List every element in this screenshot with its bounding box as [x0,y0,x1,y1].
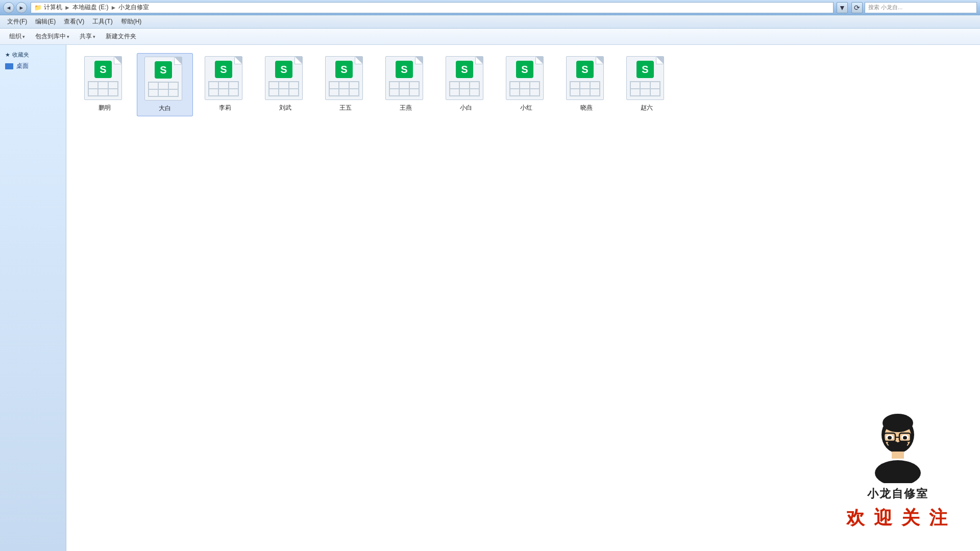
file-item-file-6[interactable]: S 王燕 [378,53,434,116]
path-computer: 计算机 [44,3,62,12]
sidebar: ★ 收藏夹 桌面 [0,45,66,551]
file-item-file-4[interactable]: S 刘武 [257,53,313,116]
file-name-file-8: 小红 [520,104,532,112]
dropdown-button[interactable]: ▼ [837,2,848,13]
doc-shape: S [205,56,242,100]
main-layout: ★ 收藏夹 桌面 S [0,45,980,551]
doc-table [630,81,660,96]
title-bar: ◄ ► 📁 计算机 ► 本地磁盘 (E:) ► 小龙自修室 ▼ ⟳ 搜索 小龙自… [0,0,980,15]
file-icon-file-10: S [626,56,667,102]
star-icon: ★ [5,52,10,58]
file-item-file-8[interactable]: S 小红 [498,53,554,116]
file-item-file-1[interactable]: S 鹏明 [77,53,133,116]
file-icon-file-5: S [325,56,366,102]
file-name-file-10: 赵六 [641,104,653,112]
new-folder-button[interactable]: 新建文件夹 [102,31,140,42]
menu-file[interactable]: 文件(F) [3,16,31,27]
menu-bar: 文件(F) 编辑(E) 查看(V) 工具(T) 帮助(H) [0,15,980,29]
menu-view[interactable]: 查看(V) [60,16,88,27]
file-area: S 鹏明 S [66,45,980,551]
share-button[interactable]: 共享 ▾ [76,31,100,42]
back-button[interactable]: ◄ [3,2,14,13]
doc-shape: S [265,56,303,100]
path-folder: 小龙自修室 [118,3,149,12]
file-item-file-10[interactable]: S 赵六 [619,53,675,116]
doc-table [389,81,420,96]
file-name-file-3: 李莉 [219,104,231,112]
doc-table [148,82,179,97]
doc-shape: S [506,56,544,100]
desktop-icon [5,63,13,69]
doc-table [208,81,239,96]
avatar-svg [865,412,931,483]
refresh-button[interactable]: ⟳ [851,2,863,13]
doc-table [88,81,118,96]
wps-badge: S [335,61,353,78]
doc-shape: S [566,56,604,100]
wps-badge: S [576,61,594,78]
wps-badge: S [155,61,172,79]
file-item-file-9[interactable]: S 晓燕 [558,53,615,116]
address-bar[interactable]: 📁 计算机 ► 本地磁盘 (E:) ► 小龙自修室 [31,2,834,13]
doc-table [509,81,540,96]
file-item-file-7[interactable]: S 小白 [438,53,494,116]
file-icon-file-4: S [265,56,306,102]
file-icon-file-2: S [144,57,185,103]
doc-shape: S [385,56,423,100]
svg-point-14 [875,460,921,483]
doc-table [449,81,480,96]
menu-edit[interactable]: 编辑(E) [31,16,60,27]
search-box[interactable]: 搜索 小龙自... [865,2,977,13]
organize-button[interactable]: 组织 ▾ [5,31,29,42]
watermark: 小龙自修室 欢 迎 关 注 [846,412,949,531]
svg-rect-13 [892,452,904,459]
share-label: 共享 [80,32,92,41]
svg-point-12 [903,436,907,440]
folder-icon: 📁 [34,4,42,11]
doc-table [570,81,600,96]
watermark-title: 小龙自修室 [867,486,928,502]
doc-table [268,81,299,96]
favorites-section: ★ 收藏夹 [0,49,66,60]
menu-help[interactable]: 帮助(H) [117,16,146,27]
wps-badge: S [636,61,654,78]
file-name-file-5: 王五 [339,104,352,112]
file-name-file-1: 鹏明 [99,104,111,112]
file-icon-file-9: S [566,56,607,102]
toolbar: 组织 ▾ 包含到库中 ▾ 共享 ▾ 新建文件夹 [0,29,980,45]
file-icon-file-3: S [205,56,246,102]
file-name-file-2: 大白 [159,105,171,113]
file-name-file-4: 刘武 [279,104,291,112]
file-item-file-2[interactable]: S 大白 [137,53,193,116]
file-item-file-5[interactable]: S 王五 [317,53,374,116]
desktop-label: 桌面 [16,62,29,70]
menu-tools[interactable]: 工具(T) [88,16,116,27]
new-folder-label: 新建文件夹 [106,32,136,41]
svg-point-11 [888,436,892,440]
search-label: 搜索 小龙自... [868,4,902,11]
doc-shape: S [626,56,664,100]
organize-arrow: ▾ [22,34,25,39]
share-arrow: ▾ [93,34,95,39]
file-icon-file-1: S [84,56,125,102]
forward-button[interactable]: ► [16,2,27,13]
include-library-arrow: ▾ [67,34,69,39]
file-icon-file-6: S [385,56,426,102]
wps-badge: S [396,61,413,78]
doc-shape: S [84,56,122,100]
sidebar-item-desktop[interactable]: 桌面 [0,60,66,72]
wps-badge: S [215,61,232,78]
doc-table [329,81,359,96]
path-drive: 本地磁盘 (E:) [72,3,109,12]
include-library-button[interactable]: 包含到库中 ▾ [31,31,74,42]
watermark-slogan: 欢 迎 关 注 [846,506,949,531]
file-name-file-6: 王燕 [400,104,412,112]
include-library-label: 包含到库中 [35,32,66,41]
favorites-label: 收藏夹 [12,51,29,59]
doc-shape: S [144,57,182,101]
file-item-file-3[interactable]: S 李莉 [197,53,253,116]
wps-badge: S [516,61,533,78]
file-name-file-7: 小白 [460,104,472,112]
file-name-file-9: 晓燕 [580,104,593,112]
organize-label: 组织 [9,32,21,41]
